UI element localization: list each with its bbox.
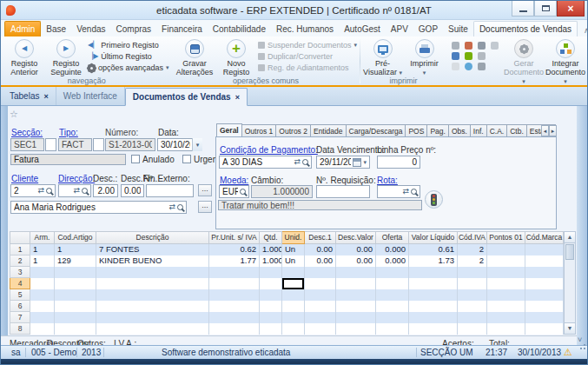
cliente-label[interactable]: Cliente bbox=[11, 174, 38, 183]
seccao-field[interactable]: SEC1 bbox=[10, 138, 44, 151]
grid-cell[interactable] bbox=[96, 289, 209, 301]
close-button[interactable]: × bbox=[557, 1, 585, 17]
close-tab-icon[interactable]: × bbox=[235, 93, 240, 102]
grid-cell[interactable] bbox=[282, 301, 305, 312]
grid-cell[interactable] bbox=[336, 301, 376, 312]
more-options-button[interactable]: ... bbox=[198, 184, 212, 196]
grid-column-header[interactable]: Pontos 01 bbox=[487, 231, 525, 244]
grid-cell[interactable] bbox=[376, 312, 409, 323]
grid-cell[interactable] bbox=[336, 323, 376, 335]
cliente-nome-field[interactable]: Ana Maria Rodrigues ⇄ bbox=[10, 201, 187, 214]
detail-tab-pos[interactable]: POS bbox=[406, 124, 427, 137]
grid-cell[interactable]: 7 FONTES bbox=[96, 244, 209, 256]
detail-tab-geral[interactable]: Geral bbox=[216, 123, 242, 137]
warning-icon[interactable]: ⚠ bbox=[564, 347, 572, 358]
grid-cell[interactable] bbox=[209, 301, 260, 312]
seccao-label[interactable]: Secção: bbox=[11, 128, 43, 137]
grid-cell[interactable] bbox=[30, 289, 55, 301]
tab-scroll-right-button[interactable]: ▸ bbox=[549, 125, 557, 136]
grid-cell[interactable]: 0.61 bbox=[409, 244, 458, 256]
seccao-sub-field[interactable] bbox=[45, 138, 56, 151]
rota-label[interactable]: Rota: bbox=[377, 176, 398, 185]
grid-column-header[interactable]: Pr.Unit. s/ IVA bbox=[209, 231, 260, 244]
grid-cell[interactable] bbox=[458, 278, 487, 289]
grid-cell[interactable] bbox=[282, 312, 305, 323]
ribbon-tab-financeira[interactable]: Financeira bbox=[156, 21, 208, 36]
ribbon-tab-documentos-de-vendas[interactable]: Documentos de Vendas bbox=[473, 21, 578, 36]
grid-cell[interactable] bbox=[336, 278, 376, 289]
grid-cell[interactable] bbox=[260, 267, 282, 278]
grid-cell[interactable] bbox=[96, 267, 209, 278]
grid-cell[interactable]: 0.000 bbox=[376, 256, 409, 267]
moeda-field[interactable]: EUR bbox=[219, 185, 249, 198]
resize-grip[interactable] bbox=[584, 348, 585, 349]
grid-column-header[interactable]: Oferta bbox=[376, 231, 409, 244]
grid-cell[interactable]: 0.00 bbox=[336, 256, 376, 267]
grid-column-header[interactable]: Desc.1 bbox=[305, 231, 336, 244]
grid-cell[interactable] bbox=[376, 267, 409, 278]
chevron-down-icon[interactable]: ˅ bbox=[578, 335, 582, 344]
moeda-label[interactable]: Moeda: bbox=[220, 176, 248, 185]
grid-column-header[interactable]: Cod.Artigo bbox=[55, 231, 96, 244]
grid-row-header[interactable]: 1 bbox=[10, 244, 30, 256]
grid-row-header[interactable]: 4 bbox=[10, 278, 30, 289]
registo-anterior-button[interactable]: ◀ Registo Anterior bbox=[4, 39, 44, 76]
grid-cell[interactable] bbox=[96, 323, 209, 335]
tipo-label[interactable]: Tipo: bbox=[59, 128, 78, 137]
detail-tab-ctb[interactable]: Ctb. bbox=[507, 124, 527, 137]
direccao-field[interactable]: ⇄ bbox=[58, 184, 91, 197]
grid-cell[interactable] bbox=[458, 289, 487, 301]
grid-cell[interactable] bbox=[282, 278, 305, 289]
grid-cell[interactable] bbox=[409, 267, 458, 278]
grid-cell[interactable] bbox=[458, 323, 487, 335]
grid-cell[interactable]: 1.77 bbox=[209, 256, 260, 267]
grid-cell[interactable] bbox=[55, 267, 96, 278]
grid-cell[interactable] bbox=[336, 289, 376, 301]
misc-operation-icon[interactable] bbox=[452, 52, 459, 60]
swap-icon[interactable]: ⇄ bbox=[73, 187, 80, 195]
calendar-icon[interactable] bbox=[353, 158, 361, 167]
grid-cell[interactable] bbox=[96, 312, 209, 323]
grid-cell[interactable] bbox=[30, 267, 55, 278]
grid-cell[interactable] bbox=[376, 323, 409, 335]
grid-column-header[interactable]: Descrição bbox=[96, 231, 209, 244]
grid-cell[interactable] bbox=[525, 301, 564, 312]
grid-row-header[interactable]: 5 bbox=[10, 289, 30, 301]
maximize-button[interactable] bbox=[534, 1, 557, 17]
detail-tab-ca[interactable]: C.A. bbox=[487, 124, 508, 137]
tab-scroll-left-button[interactable]: ◂ bbox=[541, 125, 549, 136]
grid-cell[interactable] bbox=[260, 312, 282, 323]
opcoes-avancadas-button[interactable]: opções avançadas ▾ bbox=[88, 63, 169, 73]
ultimo-registo-button[interactable]: ▕▶ Último Registo bbox=[88, 51, 169, 62]
grid-cell[interactable] bbox=[458, 267, 487, 278]
grid-cell[interactable] bbox=[305, 301, 336, 312]
ribbon-tab-autogest[interactable]: AutoGest bbox=[339, 21, 386, 36]
grid-cell[interactable] bbox=[336, 267, 376, 278]
condicao-pagamento-field[interactable]: A 30 DIAS ⇄ bbox=[219, 156, 312, 169]
grid-cell[interactable] bbox=[525, 312, 564, 323]
grid-row-header[interactable]: 6 bbox=[10, 301, 30, 312]
grid-cell[interactable] bbox=[55, 278, 96, 289]
grid-cell[interactable] bbox=[96, 278, 209, 289]
ribbon-tab-base[interactable]: Base bbox=[41, 21, 71, 36]
lookup-icon[interactable] bbox=[46, 188, 52, 194]
misc-operation-icon[interactable] bbox=[465, 52, 472, 60]
grid-row-header[interactable]: 3 bbox=[10, 267, 30, 278]
grid-column-header[interactable]: Valor Líquido bbox=[409, 231, 458, 244]
grid-cell[interactable] bbox=[376, 278, 409, 289]
data-vencimento-field[interactable]: 29/11/2013 ▾ bbox=[316, 156, 370, 169]
grid-cell[interactable] bbox=[55, 301, 96, 312]
grid-column-header[interactable]: Cód.IVA bbox=[458, 231, 487, 244]
grid-cell[interactable] bbox=[55, 323, 96, 335]
novo-registo-button[interactable]: + Novo Registo bbox=[216, 39, 256, 76]
imprimir-button[interactable]: Imprimir▾ bbox=[405, 39, 445, 76]
ribbon-tab-gop[interactable]: GOP bbox=[413, 21, 443, 36]
grid-cell[interactable] bbox=[282, 289, 305, 301]
grid-cell[interactable]: 1 bbox=[30, 256, 55, 267]
registo-seguinte-button[interactable]: ▶ Registo Seguinte bbox=[46, 39, 86, 76]
ribbon-tab-compras[interactable]: Compras bbox=[111, 21, 157, 36]
grid-column-header[interactable]: Arm. bbox=[30, 231, 55, 244]
detail-tab-outros-1[interactable]: Outros 1 bbox=[242, 124, 277, 137]
lookup-icon[interactable] bbox=[82, 188, 88, 194]
grid-cell[interactable] bbox=[409, 323, 458, 335]
